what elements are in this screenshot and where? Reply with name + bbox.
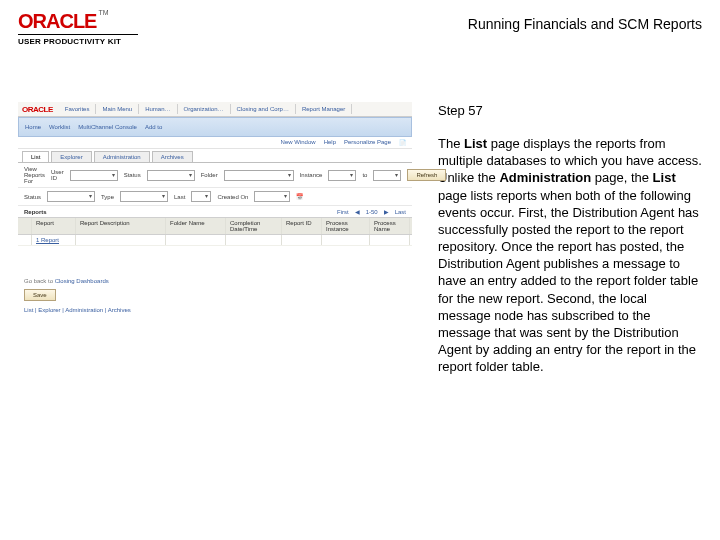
brand-block: ORACLE TM USER PRODUCTIVITY KIT [18, 10, 138, 46]
screenshot-column: ORACLE Favorites Main Menu Human… Organi… [18, 102, 412, 375]
created-input[interactable] [254, 191, 290, 202]
row-pi [322, 235, 370, 245]
row-rid [282, 235, 322, 245]
bold-list-2: List [653, 170, 676, 185]
row-check[interactable] [18, 235, 32, 245]
row-desc [76, 235, 166, 245]
txt: page lists reports when both of the foll… [438, 188, 699, 375]
crumb[interactable]: Closing and Corp… [231, 104, 296, 114]
crumb[interactable]: Favorites [59, 104, 97, 114]
content: ORACLE Favorites Main Menu Human… Organi… [18, 102, 702, 375]
crumb[interactable]: Organization… [178, 104, 231, 114]
view-label: View Reports For [24, 166, 45, 184]
util-link[interactable]: Help [324, 139, 336, 146]
bold-admin: Administration [499, 170, 591, 185]
global-nav: Home Worklist MultiChannel Console Add t… [18, 117, 412, 137]
col-folder[interactable]: Folder Name [166, 218, 226, 234]
last-select[interactable] [191, 191, 211, 202]
status-select[interactable] [147, 170, 195, 181]
header: ORACLE TM USER PRODUCTIVITY KIT Running … [18, 10, 702, 46]
prev-icon[interactable]: ◀ [355, 208, 360, 215]
instruction-column: Step 57 The List page displays the repor… [438, 102, 702, 375]
util-link[interactable]: Personalize Page [344, 139, 391, 146]
created-label: Created On [217, 194, 248, 200]
page-tabs: List Explorer Administration Archives [18, 149, 412, 163]
table-header: Report Report Description Folder Name Co… [18, 217, 412, 235]
next-icon[interactable]: ▶ [384, 208, 389, 215]
calendar-icon[interactable]: 📅 [296, 193, 303, 200]
reports-label: Reports [24, 209, 47, 215]
bold-list-1: List [464, 136, 487, 151]
crumb[interactable]: Human… [139, 104, 177, 114]
user-label: User ID [51, 169, 64, 181]
col-reportid[interactable]: Report ID [282, 218, 322, 234]
spacer [18, 246, 412, 276]
app-screenshot: ORACLE Favorites Main Menu Human… Organi… [18, 102, 412, 312]
bottom-tab-links[interactable]: List | Explorer | Administration | Archi… [18, 304, 412, 316]
brand-divider [18, 34, 138, 35]
row-cd [226, 235, 282, 245]
user-select[interactable] [70, 170, 118, 181]
nav-link[interactable]: MultiChannel Console [78, 124, 137, 130]
go-back-link[interactable]: Closing Dashboards [55, 278, 109, 284]
table-row[interactable]: 1 Report [18, 235, 412, 246]
row-pn [370, 235, 410, 245]
go-back-label: Go back to [24, 278, 53, 284]
results-nav: Reports First ◀ 1-50 ▶ Last [18, 206, 412, 217]
page: ORACLE TM USER PRODUCTIVITY KIT Running … [0, 0, 720, 540]
tab-explorer[interactable]: Explorer [51, 151, 91, 162]
col-report[interactable]: Report [32, 218, 76, 234]
col-procname[interactable]: Process Name [370, 218, 410, 234]
status-select-2[interactable] [47, 191, 95, 202]
type-select[interactable] [120, 191, 168, 202]
instance-to[interactable] [373, 170, 401, 181]
row-report[interactable]: 1 Report [32, 235, 76, 245]
app-topbar: ORACLE Favorites Main Menu Human… Organi… [18, 102, 412, 117]
row-folder [166, 235, 226, 245]
col-desc[interactable]: Report Description [76, 218, 166, 234]
refresh-button[interactable]: Refresh [407, 169, 446, 181]
nav-link[interactable]: Worklist [49, 124, 70, 130]
txt: page, the [591, 170, 652, 185]
breadcrumb: Favorites Main Menu Human… Organization…… [59, 104, 352, 114]
instance-from[interactable] [328, 170, 356, 181]
product-name: USER PRODUCTIVITY KIT [18, 37, 138, 46]
step-label: Step 57 [438, 102, 702, 119]
txt: The [438, 136, 464, 151]
first-link[interactable]: First [337, 209, 349, 215]
oracle-mini-logo: ORACLE [22, 105, 53, 114]
instance-label: Instance [300, 172, 323, 178]
tab-archives[interactable]: Archives [152, 151, 193, 162]
save-row: Save [24, 289, 406, 301]
status-label-2: Status [24, 194, 41, 200]
utility-row: New Window Help Personalize Page 📄 [18, 137, 412, 149]
col-select [18, 218, 32, 234]
last-link[interactable]: Last [395, 209, 406, 215]
status-label: Status [124, 172, 141, 178]
go-back-row: Go back to Closing Dashboards [18, 276, 412, 286]
range-label: 1-50 [366, 209, 378, 215]
folder-label: Folder [201, 172, 218, 178]
save-button[interactable]: Save [24, 289, 56, 301]
filter-row-2: Status Type Last Created On 📅 [18, 188, 412, 206]
util-link[interactable]: New Window [281, 139, 316, 146]
nav-link[interactable]: Home [25, 124, 41, 130]
type-label: Type [101, 194, 114, 200]
filter-row-1: View Reports For User ID Status Folder I… [18, 163, 412, 188]
nav-link[interactable]: Add to [145, 124, 162, 130]
oracle-word: ORACLE [18, 10, 96, 33]
to-label: to [362, 172, 367, 178]
http-icon: 📄 [399, 139, 406, 146]
tab-administration[interactable]: Administration [94, 151, 150, 162]
crumb[interactable]: Main Menu [96, 104, 139, 114]
col-procinst[interactable]: Process Instance [322, 218, 370, 234]
instruction-text: The List page displays the reports from … [438, 135, 702, 375]
page-title: Running Financials and SCM Reports [468, 10, 702, 32]
folder-select[interactable] [224, 170, 294, 181]
tab-list[interactable]: List [22, 151, 49, 162]
crumb[interactable]: Report Manager [296, 104, 352, 114]
col-completion[interactable]: Completion Date/Time [226, 218, 282, 234]
last-label: Last [174, 194, 185, 200]
trademark-symbol: TM [98, 9, 108, 16]
oracle-logo: ORACLE TM [18, 10, 138, 33]
